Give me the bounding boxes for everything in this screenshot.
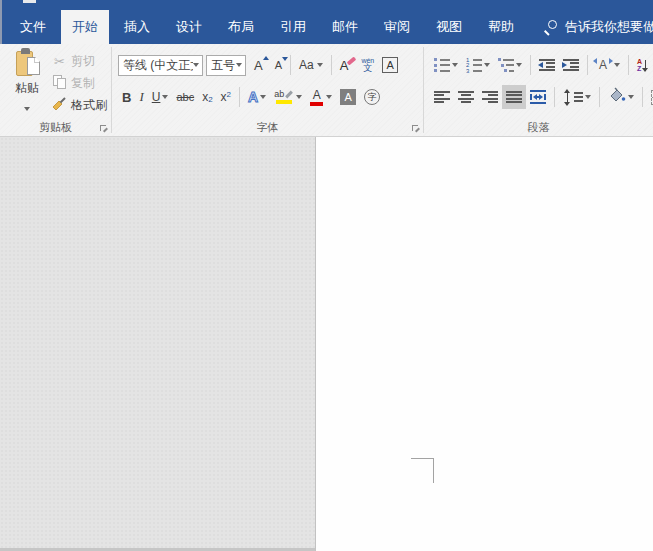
subscript-icon: x2 <box>202 90 212 104</box>
chevron-down-icon <box>516 63 522 67</box>
tab-review[interactable]: 审阅 <box>373 10 421 44</box>
decrease-indent-button[interactable] <box>535 53 559 77</box>
font-color-icon: A <box>310 89 323 106</box>
shading-button[interactable] <box>604 85 638 109</box>
quick-access-toolbar-remnant <box>23 0 36 3</box>
subscript-button[interactable]: x2 <box>198 85 216 109</box>
justify-icon <box>506 90 522 104</box>
format-painter-button[interactable]: 格式刷 <box>50 94 107 116</box>
tab-insert[interactable]: 插入 <box>113 10 161 44</box>
increase-indent-button[interactable] <box>559 53 583 77</box>
ribbon: 粘贴 ✂ 剪切 复制 格式刷 剪贴板 等线 ( <box>0 44 653 137</box>
font-color-button[interactable]: A <box>306 85 336 109</box>
align-left-icon <box>434 90 450 104</box>
shrink-font-button[interactable]: A <box>271 53 286 77</box>
character-border-button[interactable]: A <box>378 53 402 77</box>
font-name-combobox[interactable]: 等线 (中文正文 <box>118 55 203 76</box>
bold-button[interactable]: B <box>118 85 135 109</box>
clear-formatting-button[interactable]: A <box>336 53 353 77</box>
character-border-icon: A <box>382 57 398 73</box>
separator <box>290 55 291 75</box>
copy-icon <box>50 75 69 92</box>
align-center-icon <box>458 90 474 104</box>
tab-file[interactable]: 文件 <box>9 10 57 44</box>
font-dialog-launcher-icon[interactable] <box>411 124 420 133</box>
paste-dropdown-arrow-icon[interactable] <box>24 107 30 111</box>
document-page[interactable] <box>316 137 653 551</box>
align-center-button[interactable] <box>454 85 478 109</box>
distribute-button[interactable] <box>526 85 550 109</box>
asian-layout-button[interactable]: A <box>592 53 624 77</box>
chevron-down-icon <box>326 95 332 99</box>
underline-button[interactable]: U <box>148 85 173 109</box>
document-area <box>0 137 653 551</box>
asian-layout-icon: A <box>596 58 610 72</box>
borders-button[interactable] <box>647 85 653 109</box>
tab-help[interactable]: 帮助 <box>477 10 525 44</box>
tab-layout[interactable]: 布局 <box>217 10 265 44</box>
tab-design[interactable]: 设计 <box>165 10 213 44</box>
character-shading-button[interactable]: A <box>336 85 360 109</box>
chevron-down-icon <box>162 95 168 99</box>
enclose-characters-button[interactable]: 字 <box>360 85 384 109</box>
separator <box>628 55 629 75</box>
underline-icon: U <box>152 90 161 104</box>
copy-button[interactable]: 复制 <box>50 72 107 94</box>
highlight-icon: ab <box>274 90 293 104</box>
pen-icon <box>285 91 293 99</box>
text-effects-button[interactable]: A <box>244 85 270 109</box>
font-group-label: 字体 <box>112 120 423 135</box>
numbering-button[interactable]: 1 2 3 <box>462 53 494 77</box>
chevron-down-icon <box>585 95 591 99</box>
paragraph-row-1: 1 2 3 <box>430 53 650 77</box>
justify-button[interactable] <box>502 85 526 109</box>
format-painter-label: 格式刷 <box>71 97 107 114</box>
paste-label: 粘贴 <box>5 80 49 97</box>
search-icon <box>543 20 558 35</box>
enclose-characters-icon: 字 <box>364 89 380 105</box>
bullets-button[interactable] <box>430 53 462 77</box>
sort-button[interactable]: AZ <box>633 53 650 77</box>
clear-formatting-eraser-icon: A <box>340 58 349 73</box>
tab-view[interactable]: 视图 <box>425 10 473 44</box>
chevron-down-icon <box>628 95 634 99</box>
tab-home[interactable]: 开始 <box>61 10 109 44</box>
change-case-button[interactable]: Aa <box>295 53 327 77</box>
cut-label: 剪切 <box>71 53 95 70</box>
ribbon-tabs: 文件 开始 插入 设计 布局 引用 邮件 审阅 视图 帮助 告诉我你想要做什么 <box>0 10 653 44</box>
chevron-down-icon <box>484 63 490 67</box>
line-spacing-button[interactable] <box>559 85 595 109</box>
tell-me-search[interactable]: 告诉我你想要做什么 <box>543 10 653 44</box>
phonetic-guide-button[interactable]: wén 文 <box>357 53 378 77</box>
cut-button[interactable]: ✂ 剪切 <box>50 50 107 72</box>
align-right-button[interactable] <box>478 85 502 109</box>
multilevel-list-button[interactable] <box>494 53 526 77</box>
separator <box>239 87 240 107</box>
chevron-down-icon <box>452 63 458 67</box>
multilevel-list-icon <box>498 58 514 72</box>
paragraph-group-label: 段落 <box>424 120 653 135</box>
separator <box>530 55 531 75</box>
tab-references[interactable]: 引用 <box>269 10 317 44</box>
paste-button[interactable]: 粘贴 <box>5 48 49 115</box>
grow-font-button[interactable]: A <box>250 53 267 77</box>
chevron-down-icon <box>296 95 302 99</box>
font-size-value: 五号 <box>211 57 236 74</box>
font-row-1: 等线 (中文正文 五号 A A Aa A <box>118 53 402 77</box>
clipboard-dialog-launcher-icon[interactable] <box>99 124 108 133</box>
separator <box>554 87 555 107</box>
clipboard-group-label: 剪贴板 <box>0 120 111 135</box>
align-left-button[interactable] <box>430 85 454 109</box>
italic-icon: I <box>139 89 143 105</box>
paragraph-row-2 <box>430 85 653 109</box>
tab-mailings[interactable]: 邮件 <box>321 10 369 44</box>
italic-button[interactable]: I <box>135 85 147 109</box>
superscript-button[interactable]: x2 <box>217 85 235 109</box>
bold-icon: B <box>122 90 131 105</box>
decrease-indent-icon <box>539 58 555 72</box>
font-size-combobox[interactable]: 五号 <box>206 55 246 76</box>
font-group: 等线 (中文正文 五号 A A Aa A <box>112 44 423 136</box>
strikethrough-button[interactable]: abc <box>172 85 198 109</box>
text-highlight-color-button[interactable]: ab <box>270 85 306 109</box>
search-placeholder: 告诉我你想要做什么 <box>565 18 653 36</box>
